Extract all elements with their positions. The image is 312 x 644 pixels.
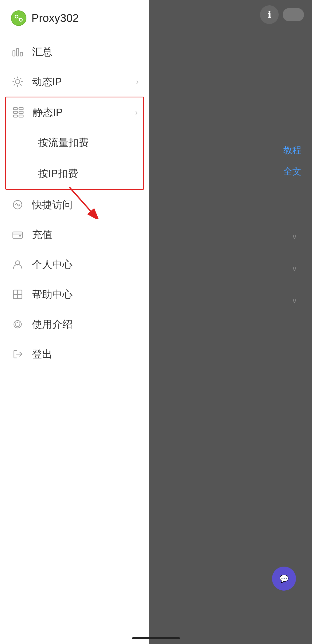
svg-rect-11: [14, 111, 17, 113]
sidebar-item-summary[interactable]: 汇总: [0, 37, 149, 67]
intro-label: 使用介绍: [32, 318, 139, 331]
dynamic-ip-chevron: ›: [136, 77, 139, 86]
top-bar: ℹ: [141, 0, 312, 29]
app-logo: [11, 10, 27, 26]
logout-icon: [11, 347, 25, 361]
coin-icon: [11, 317, 25, 331]
sidebar-item-profile[interactable]: 个人中心: [0, 250, 149, 279]
help-label: 帮助中心: [32, 288, 139, 301]
app-title: Proxy302: [31, 12, 79, 25]
static-ip-label: 静态IP: [33, 106, 128, 119]
logout-label: 登出: [32, 347, 139, 361]
sidebar-item-static-ip[interactable]: 静态IP ›: [6, 97, 143, 127]
chat-fab-button[interactable]: 💬: [272, 567, 296, 591]
dynamic-ip-label: 动态IP: [32, 75, 129, 89]
static-ip-section: 静态IP › 按流量扣费 按IP扣费: [5, 97, 144, 190]
svg-rect-7: [17, 49, 19, 56]
svg-point-4: [20, 19, 22, 21]
menu-list: 汇总 动态IP ›: [0, 34, 149, 644]
svg-point-3: [15, 15, 18, 18]
svg-rect-10: [14, 108, 17, 110]
quick-access-label: 快捷访问: [32, 198, 139, 212]
svg-point-26: [14, 321, 21, 328]
svg-rect-6: [13, 51, 15, 56]
bar-chart-icon: [11, 45, 25, 59]
profile-label: 个人中心: [32, 258, 139, 271]
sidebar-item-by-ip[interactable]: 按IP扣费: [6, 158, 143, 189]
chevron-down-3: ∨: [292, 296, 297, 305]
home-indicator: [132, 637, 180, 639]
quick-access-icon: [11, 198, 25, 212]
toggle-switch[interactable]: [283, 8, 304, 21]
info-icon[interactable]: ℹ: [260, 5, 279, 24]
svg-rect-14: [19, 111, 23, 113]
svg-rect-13: [19, 108, 23, 110]
svg-rect-15: [19, 115, 23, 117]
sidebar-item-recharge[interactable]: 充值: [0, 220, 149, 250]
grid-settings-icon: [11, 105, 25, 119]
recharge-label: 充值: [32, 228, 139, 242]
sidebar-item-help[interactable]: 帮助中心: [0, 279, 149, 309]
svg-rect-21: [19, 235, 21, 236]
sidebar-item-intro[interactable]: 使用介绍: [0, 309, 149, 339]
sidebar-header: Proxy302: [0, 0, 149, 34]
wallet-icon: [11, 228, 25, 242]
static-ip-chevron: ›: [135, 108, 138, 117]
svg-point-9: [15, 80, 20, 84]
sidebar-item-quick-access[interactable]: 快捷访问: [0, 190, 149, 220]
sidebar-item-logout[interactable]: 登出: [0, 339, 149, 369]
fulltext-link[interactable]: 全文: [283, 165, 301, 178]
svg-point-19: [17, 204, 18, 206]
sidebar-drawer: Proxy302 汇总 动态IP ›: [0, 0, 149, 644]
background-content: ℹ 教程 全文 ∨ ∨ ∨ 💬: [141, 0, 312, 644]
tutorial-link[interactable]: 教程: [283, 144, 301, 156]
svg-rect-8: [20, 52, 22, 56]
static-ip-submenu: 按流量扣费 按IP扣费: [6, 127, 143, 189]
settings-icon: [11, 75, 25, 89]
sidebar-item-dynamic-ip[interactable]: 动态IP ›: [0, 67, 149, 97]
by-traffic-label: 按流量扣费: [17, 136, 89, 149]
summary-label: 汇总: [32, 45, 139, 59]
chevron-down-1: ∨: [292, 232, 297, 241]
by-ip-label: 按IP扣费: [17, 167, 78, 180]
svg-rect-12: [14, 115, 17, 117]
sidebar-item-by-traffic[interactable]: 按流量扣费: [6, 127, 143, 158]
book-icon: [11, 287, 25, 301]
user-icon: [11, 258, 25, 271]
chevron-down-2: ∨: [292, 264, 297, 273]
